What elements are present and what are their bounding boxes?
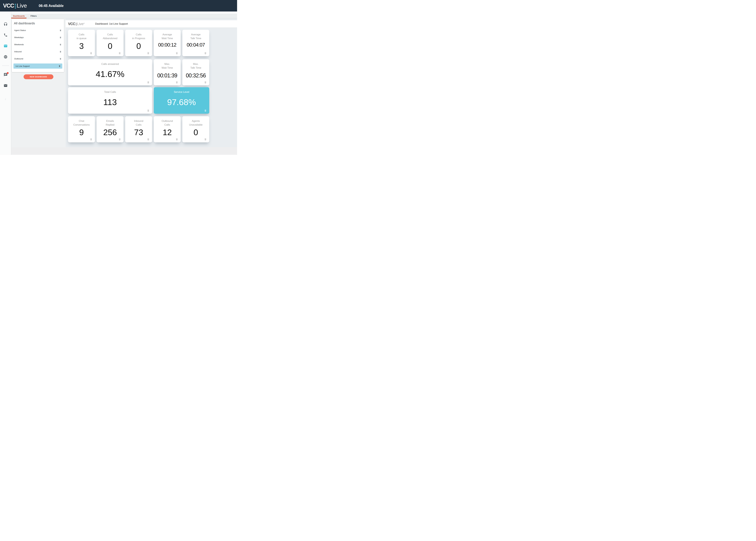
trash-icon[interactable] (90, 52, 93, 55)
kpi-label: AverageWait Time (154, 33, 181, 40)
kpi-card-calls-in-queue: Callsin queue 3 (68, 30, 95, 56)
kpi-card-service-level: Service Level 97.68% (154, 87, 209, 114)
kpi-label: AverageTalk Time (182, 33, 209, 40)
kpi-card-outbound-calls: OutboundCalls 12 (154, 116, 181, 142)
kpi-card-inbound-calls: InboundCalls 73 (125, 116, 152, 142)
kpi-label: EmailsReplied (97, 119, 124, 127)
trash-icon[interactable] (59, 29, 62, 32)
chevron-left-icon[interactable]: ‹ (5, 97, 6, 101)
dashboard-item-weekdays[interactable]: Weekdays (12, 34, 64, 41)
kpi-label: Total Calls (68, 90, 152, 94)
kpi-card-agents-unavailable: AgentsUnavailable 0 (182, 116, 209, 142)
dashboard-item-agent-status[interactable]: Agent Status (12, 27, 64, 34)
dashboard-item-outbound[interactable]: Outbound (12, 55, 64, 62)
trash-icon[interactable] (59, 58, 62, 60)
vcclive-logo-vcc: VCC (68, 22, 75, 26)
kpi-label: AgentsUnavailable (182, 119, 209, 127)
kpi-label: Service Level (154, 90, 209, 94)
phone-icon[interactable] (4, 33, 8, 37)
vcclive-logo-live: Live (77, 22, 84, 26)
kpi-label: InboundCalls (125, 119, 152, 127)
kpi-label: CallsAbbandoned (97, 33, 124, 40)
trash-icon[interactable] (175, 52, 178, 55)
topbar-gap (11, 11, 237, 14)
kpi-label: Callsin Progress (125, 33, 152, 40)
registered-mark: ® (84, 23, 85, 24)
kpi-card-calls-abbandoned: CallsAbbandoned 0 (97, 30, 124, 56)
kpi-label: Max.Talk Time (182, 62, 209, 70)
email-icon[interactable] (4, 44, 8, 48)
vcclive-logo: VCC Live ® (68, 22, 85, 26)
trash-icon[interactable] (59, 65, 61, 67)
dashboard-item-weekends[interactable]: Weekends (12, 41, 64, 48)
trash-icon[interactable] (175, 138, 178, 141)
kpi-card-total-calls: Total Calls 113 (68, 87, 152, 114)
kpi-card-calls-in-progress: Callsin Progress 0 (125, 30, 152, 56)
chat-icon[interactable] (4, 73, 8, 77)
all-dashboards-panel: All dashboards Agent Status Weekdays Wee… (12, 19, 64, 72)
trash-icon[interactable] (90, 138, 93, 141)
kpi-card-calls-answered: Calls answered 41.67% (68, 59, 152, 85)
vcclive-logo-colon-dots (76, 23, 77, 26)
trash-icon[interactable] (118, 52, 121, 55)
trash-icon[interactable] (147, 138, 150, 141)
dashboard-item-label: 1st Line Support (15, 65, 30, 67)
dashboard-item-label: Weekends (14, 43, 24, 46)
kpi-label: Callsin queue (68, 33, 95, 40)
kpi-card-max-wait-time: Max.Wait Time 00:01:39 (154, 59, 181, 85)
kpi-value: 41.67% (68, 66, 152, 85)
dashboard-item-inbound[interactable]: Inbound (12, 48, 64, 55)
trash-icon[interactable] (118, 138, 121, 141)
kpi-card-average-talk-time: AverageTalk Time 00:04:07 (182, 30, 209, 56)
kpi-label: ChatConversations (68, 119, 95, 127)
trash-icon[interactable] (147, 81, 150, 84)
trash-icon[interactable] (59, 51, 62, 53)
dashboards-column: All dashboards Agent Status Weekdays Wee… (11, 18, 66, 147)
trash-icon[interactable] (204, 109, 207, 112)
app-logo-colon-dots (15, 4, 16, 8)
app-logo-live: Live (17, 3, 27, 9)
new-dashboard-button[interactable]: NEW DASHBOARD (24, 74, 53, 79)
trash-icon[interactable] (204, 138, 207, 141)
icon-sidebar: ‹ (0, 11, 11, 155)
trash-icon[interactable] (59, 43, 62, 46)
globe-icon[interactable] (4, 55, 8, 59)
dashboard-item-label: Weekdays (14, 36, 24, 39)
kpi-value: 97.68% (154, 94, 209, 114)
dashboard-header: VCC Live ® Dashboard: 1st Line Support (66, 20, 237, 28)
dashboard-main: VCC Live ® Dashboard: 1st Line Support C… (66, 18, 237, 147)
top-bar: VCC Live 06:45 Available (0, 0, 237, 11)
trash-icon[interactable] (147, 52, 150, 55)
dashboard-item-1st-line-support-selected[interactable]: 1st Line Support (13, 64, 62, 69)
panel-title: All dashboards (12, 19, 64, 27)
dashboard-item-label: Inbound (14, 51, 22, 53)
email-icon-2[interactable] (4, 84, 8, 88)
kpi-label: OutboundCalls (154, 119, 181, 127)
trash-icon[interactable] (175, 81, 178, 84)
headset-icon[interactable] (4, 22, 8, 26)
trash-icon[interactable] (59, 36, 62, 39)
trash-icon[interactable] (204, 81, 207, 84)
app-logo: VCC Live (3, 3, 27, 9)
bottom-strip (11, 147, 237, 155)
kpi-label: Max.Wait Time (154, 62, 181, 70)
tab-dashboards[interactable]: Dashboards (13, 15, 25, 17)
dashboard-title: Dashboard: 1st Line Support (95, 22, 128, 25)
dashboard-item-label: Agent Status (14, 29, 26, 31)
kpi-value: 113 (68, 94, 152, 114)
notification-badge (7, 72, 9, 74)
trash-icon[interactable] (147, 109, 150, 112)
active-tab-underline (11, 18, 26, 18)
agent-status-timer: 06:45 Available (39, 4, 64, 8)
kpi-card-emails-replied: EmailsReplied 256 (97, 116, 124, 142)
tab-bar: Dashboards Filters (11, 14, 237, 18)
app-logo-vcc: VCC (3, 3, 14, 9)
kpi-card-average-wait-time: AverageWait Time 00:00:12 (154, 30, 181, 56)
dashboard-item-label: Outbound (14, 58, 23, 60)
kpi-card-max-talk-time: Max.Talk Time 00:32:56 (182, 59, 209, 85)
kpi-label: Calls answered (68, 62, 152, 66)
trash-icon[interactable] (204, 52, 207, 55)
tab-filters[interactable]: Filters (31, 15, 37, 17)
kpi-card-chat-conversations: ChatConversations 9 (68, 116, 95, 142)
kpi-grid: Callsin queue 3 CallsAbbandoned 0 Callsi… (66, 28, 237, 142)
